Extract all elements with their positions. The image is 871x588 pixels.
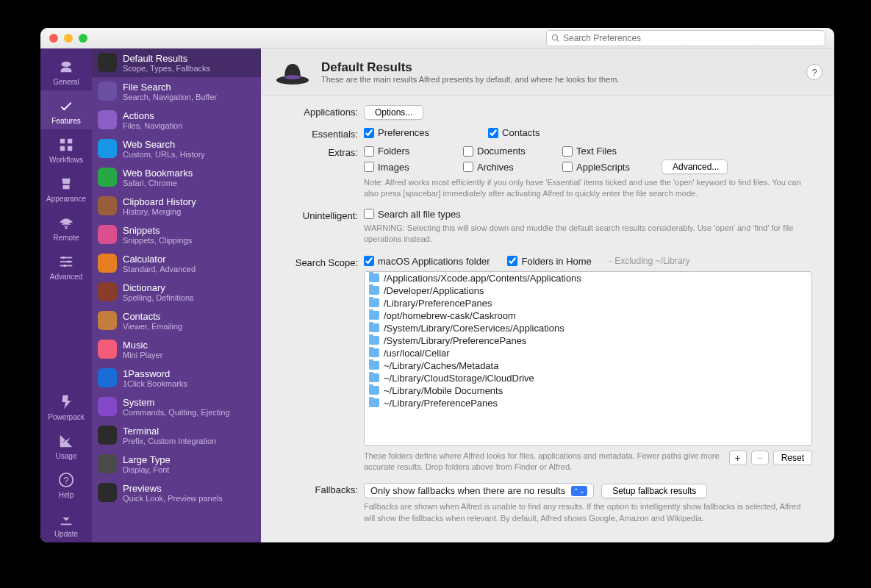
nav-features[interactable]: Features	[40, 90, 92, 129]
update-icon	[57, 509, 76, 528]
reset-scope-button[interactable]: Reset	[773, 451, 812, 465]
feature-icon	[98, 196, 117, 215]
textfiles-checkbox[interactable]: Text Files	[562, 146, 662, 157]
workflows-icon	[57, 135, 76, 154]
applescripts-checkbox[interactable]: AppleScripts	[562, 162, 662, 173]
extras-note: Note: Alfred works most efficiently if y…	[364, 177, 812, 200]
feature-item[interactable]: PreviewsQuick Look, Preview panels	[92, 478, 261, 507]
hat-icon	[273, 57, 312, 87]
nav-general[interactable]: General	[40, 51, 92, 90]
feature-icon	[98, 282, 117, 301]
help-button[interactable]: ?	[806, 64, 822, 80]
scope-path-item[interactable]: ~/Library/Mobile Documents	[365, 384, 811, 397]
svg-point-9	[62, 257, 65, 259]
left-nav: GeneralFeaturesWorkflowsAppearanceRemote…	[40, 49, 92, 542]
nav-workflows[interactable]: Workflows	[40, 129, 92, 168]
scope-path-item[interactable]: ~/Library/PreferencePanes	[365, 397, 811, 409]
fallbacks-label: Fallbacks:	[261, 483, 364, 495]
feature-item[interactable]: Large TypeDisplay, Font	[92, 450, 261, 478]
page-title: Default Results	[321, 60, 619, 75]
search-preferences[interactable]	[546, 30, 825, 46]
minimize-icon[interactable]	[64, 34, 73, 43]
scope-path-item[interactable]: /opt/homebrew-cask/Caskroom	[365, 309, 811, 322]
main-panel: Default Results These are the main resul…	[261, 49, 834, 542]
extras-label: Extras:	[261, 146, 364, 158]
setup-fallback-button[interactable]: Setup fallback results	[601, 484, 707, 498]
feature-item[interactable]: Web SearchCustom, URLs, History	[92, 135, 261, 163]
chevron-updown-icon: ⌃⌄	[571, 486, 587, 496]
feature-item[interactable]: 1Password1Click Bookmarks	[92, 364, 261, 392]
appearance-icon	[57, 174, 76, 193]
feature-item[interactable]: ContactsViewer, Emailing	[92, 306, 261, 335]
scope-list[interactable]: /Applications/Xcode.app/Contents/Applica…	[364, 271, 812, 446]
applications-label: Applications:	[261, 105, 364, 118]
scope-path-item[interactable]: /System/Library/CoreServices/Application…	[365, 322, 811, 334]
folders-checkbox[interactable]: Folders	[364, 146, 463, 157]
nav-help[interactable]: ?Help	[40, 465, 92, 503]
feature-item[interactable]: File SearchSearch, Navigation, Buffer	[92, 77, 261, 106]
page-description: These are the main results Alfred presen…	[321, 75, 619, 84]
feature-item[interactable]: CalculatorStandard, Advanced	[92, 249, 261, 278]
feature-item[interactable]: SnippetsSnippets, Clippings	[92, 220, 261, 249]
folder-icon	[369, 398, 379, 407]
nav-usage[interactable]: Usage	[40, 426, 92, 465]
feature-icon	[98, 311, 117, 330]
search-icon	[551, 34, 560, 43]
folder-icon	[369, 311, 379, 320]
feature-item[interactable]: MusicMini Player	[92, 335, 261, 364]
scope-path-item[interactable]: /usr/local/Cellar	[365, 347, 811, 359]
feature-icon	[98, 340, 117, 359]
feature-icon	[98, 53, 117, 72]
page-header: Default Results These are the main resul…	[261, 49, 834, 96]
svg-point-15	[284, 75, 301, 79]
feature-icon	[98, 426, 117, 445]
fallback-mode-select[interactable]: Only show fallbacks when there are no re…	[364, 483, 594, 498]
svg-point-0	[62, 62, 71, 67]
feature-item[interactable]: ActionsFiles, Navigation	[92, 106, 261, 135]
svg-point-11	[63, 265, 66, 268]
folders-home-checkbox[interactable]: Folders in Home	[507, 256, 591, 267]
nav-powerpack[interactable]: Powerpack	[40, 387, 92, 426]
scope-path-item[interactable]: /Library/PreferencePanes	[365, 297, 811, 309]
zoom-icon[interactable]	[79, 34, 87, 43]
folder-icon	[369, 336, 379, 345]
contacts-checkbox[interactable]: Contacts	[488, 127, 540, 138]
add-scope-button[interactable]: +	[729, 451, 747, 465]
feature-icon	[98, 225, 117, 244]
scope-path-item[interactable]: /Applications/Xcode.app/Contents/Applica…	[365, 272, 811, 284]
scope-path-item[interactable]: ~/Library/Caches/Metadata	[365, 359, 811, 372]
window-body: GeneralFeaturesWorkflowsAppearanceRemote…	[40, 49, 834, 542]
search-all-checkbox[interactable]: Search all file types	[364, 209, 812, 220]
window-controls	[49, 34, 87, 43]
options-button[interactable]: Options...	[364, 105, 423, 120]
advanced-button[interactable]: Advanced...	[662, 159, 728, 174]
remove-scope-button[interactable]: −	[751, 451, 769, 465]
nav-remote[interactable]: Remote	[40, 207, 92, 246]
feature-item[interactable]: Clipboard HistoryHistory, Merging	[92, 192, 261, 220]
search-input[interactable]	[563, 33, 820, 43]
usage-icon	[57, 431, 76, 451]
svg-point-10	[68, 260, 71, 263]
scope-path-item[interactable]: /System/Library/PreferencePanes	[365, 334, 811, 347]
feature-item[interactable]: Default ResultsScope, Types, Fallbacks	[92, 49, 261, 77]
documents-checkbox[interactable]: Documents	[463, 146, 562, 157]
archives-checkbox[interactable]: Archives	[463, 162, 562, 173]
svg-text:?: ?	[63, 475, 68, 486]
scope-path-item[interactable]: ~/Library/CloudStorage/iCloudDrive	[365, 372, 811, 384]
feature-item[interactable]: SystemCommands, Quitting, Ejecting	[92, 392, 261, 421]
nav-advanced[interactable]: Advanced	[40, 246, 92, 285]
advanced-icon	[57, 252, 76, 271]
macos-apps-checkbox[interactable]: macOS Applications folder	[364, 256, 490, 267]
images-checkbox[interactable]: Images	[364, 162, 463, 173]
scope-path-item[interactable]: /Developer/Applications	[365, 284, 811, 297]
nav-appearance[interactable]: Appearance	[40, 168, 92, 207]
preferences-checkbox[interactable]: Preferences	[364, 127, 429, 138]
search-scope-label: Search Scope:	[261, 256, 364, 268]
svg-rect-1	[60, 139, 65, 143]
feature-item[interactable]: TerminalPrefix, Custom Integration	[92, 421, 261, 450]
fallback-note: Fallbacks are shown when Alfred is unabl…	[364, 501, 812, 524]
feature-item[interactable]: DictionarySpelling, Definitions	[92, 278, 261, 306]
feature-item[interactable]: Web BookmarksSafari, Chrome	[92, 163, 261, 192]
nav-update[interactable]: Update	[40, 503, 92, 542]
close-icon[interactable]	[49, 34, 58, 43]
